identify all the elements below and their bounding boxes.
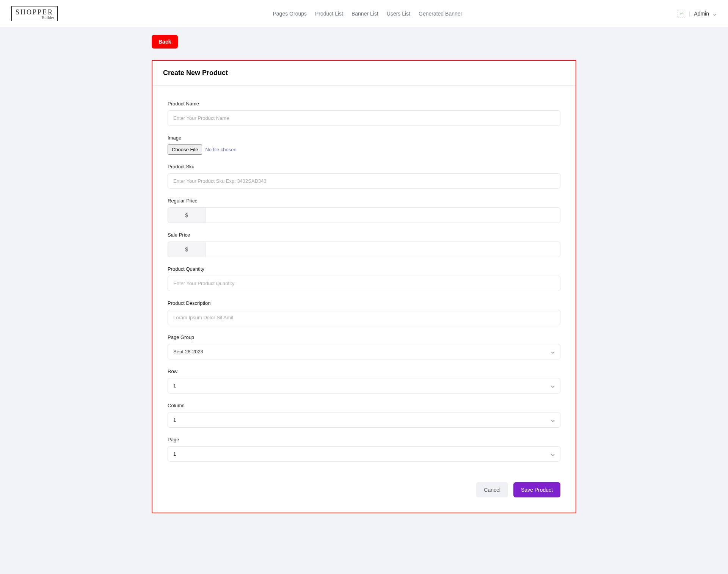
label-sku: Product Sku [168,164,560,169]
cancel-button[interactable]: Cancel [476,482,508,497]
nav-users-list[interactable]: Users List [387,11,410,17]
select-wrap-row: 1 [168,378,560,394]
select-page[interactable]: 1 [168,446,560,462]
logo-text: SHOPPER [16,8,53,16]
input-sale-price[interactable] [205,242,560,257]
label-page: Page [168,437,560,442]
group-page: Page 1 [168,437,560,462]
input-description[interactable] [168,310,560,325]
chevron-down-icon [713,12,717,16]
card-body: Product Name Image Choose File No file c… [152,86,576,482]
prefix-sale-price: $ [168,242,205,257]
label-sale-price: Sale Price [168,232,560,238]
logo-subtext: Builder [42,16,54,20]
file-row: Choose File No file chosen [168,144,560,155]
user-menu[interactable]: | Admin [678,10,717,17]
app-header: SHOPPER Builder Pages Groups Product Lis… [0,0,728,27]
input-sku[interactable] [168,173,560,189]
group-page-group: Page Group Sept-28-2023 [168,334,560,359]
group-column: Column 1 [168,403,560,428]
label-page-group: Page Group [168,334,560,340]
input-group-sale-price: $ [168,242,560,257]
group-sale-price: Sale Price $ [168,232,560,257]
group-image: Image Choose File No file chosen [168,135,560,155]
nav-generated-banner[interactable]: Generated Banner [419,11,462,17]
group-quantity: Product Quantity [168,266,560,291]
group-product-name: Product Name [168,101,560,126]
avatar [678,10,685,17]
label-description: Product Description [168,300,560,306]
input-regular-price[interactable] [205,207,560,223]
create-product-card: Create New Product Product Name Image Ch… [152,60,576,513]
top-nav: Pages Groups Product List Banner List Us… [58,11,678,17]
input-group-regular-price: $ [168,207,560,223]
label-regular-price: Regular Price [168,198,560,204]
choose-file-button[interactable]: Choose File [168,144,202,155]
label-quantity: Product Quantity [168,266,560,272]
card-header: Create New Product [152,61,576,86]
label-image: Image [168,135,560,141]
select-page-group[interactable]: Sept-28-2023 [168,344,560,359]
nav-product-list[interactable]: Product List [315,11,343,17]
select-wrap-page-group: Sept-28-2023 [168,344,560,359]
group-sku: Product Sku [168,164,560,189]
group-row: Row 1 [168,369,560,394]
back-button[interactable]: Back [152,35,178,49]
group-regular-price: Regular Price $ [168,198,560,223]
save-product-button[interactable]: Save Product [513,482,560,497]
logo: SHOPPER Builder [11,6,58,21]
input-quantity[interactable] [168,276,560,291]
nav-pages-groups[interactable]: Pages Groups [273,11,307,17]
input-product-name[interactable] [168,110,560,126]
select-wrap-column: 1 [168,412,560,428]
divider: | [689,11,690,17]
label-product-name: Product Name [168,101,560,107]
card-footer: Cancel Save Product [152,482,576,513]
select-column[interactable]: 1 [168,412,560,428]
select-wrap-page: 1 [168,446,560,462]
nav-banner-list[interactable]: Banner List [351,11,378,17]
user-name: Admin [694,11,709,17]
card-title: Create New Product [163,69,565,77]
label-row: Row [168,369,560,374]
select-row[interactable]: 1 [168,378,560,394]
prefix-regular-price: $ [168,207,205,223]
label-column: Column [168,403,560,408]
group-description: Product Description [168,300,560,325]
file-status: No file chosen [205,147,236,152]
page-container: Back Create New Product Product Name Ima… [76,27,652,529]
